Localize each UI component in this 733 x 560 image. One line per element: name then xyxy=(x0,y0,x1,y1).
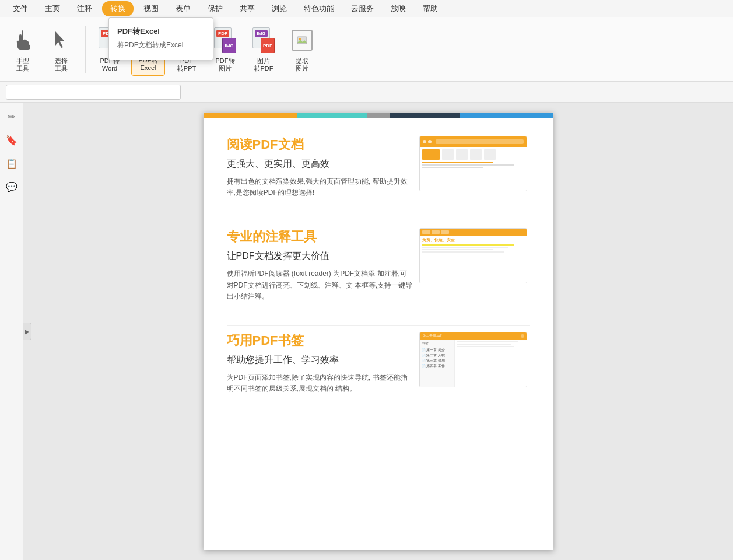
menu-form[interactable]: 表单 xyxy=(169,1,198,16)
select-tool-label: 选择工具 xyxy=(55,57,68,72)
dropdown-title: PDF转Excel xyxy=(109,24,213,39)
menu-home[interactable]: 主页 xyxy=(38,1,67,16)
bar-teal xyxy=(297,113,367,118)
menu-help[interactable]: 帮助 xyxy=(416,1,445,16)
menu-present[interactable]: 放映 xyxy=(384,1,413,16)
bar-blue xyxy=(460,113,553,118)
menu-protect[interactable]: 保护 xyxy=(201,1,230,16)
section-read-text: 阅读PDF文档 更强大、更实用、更高效 拥有出色的文档渲染效果,强大的页面管理功… xyxy=(227,136,413,198)
svg-rect-0 xyxy=(297,37,307,44)
sidebar-bookmark-icon[interactable]: 🔖 xyxy=(3,132,20,148)
address-bar: 演示.pdf xyxy=(0,82,733,103)
image-to-pdf-label: 图片转PDF xyxy=(254,57,273,72)
section-read-screenshot xyxy=(419,136,530,191)
pdf-section-annotation: 专业的注释工具 让PDF文档发挥更大价值 使用福昕PDF阅读器 (foxit r… xyxy=(227,228,530,302)
pdf-to-excel-dropdown: PDF转Excel 将PDF文档转成Excel xyxy=(108,18,213,60)
bar-gray xyxy=(367,113,390,118)
section-read-title: 阅读PDF文档 xyxy=(227,136,413,153)
menu-cloud[interactable]: 云服务 xyxy=(344,1,381,16)
dropdown-description: 将PDF文档转成Excel xyxy=(109,39,213,54)
screenshot-line3 xyxy=(422,167,483,168)
dot1 xyxy=(423,140,426,144)
menu-share[interactable]: 共享 xyxy=(233,1,262,16)
section-read-row: 阅读PDF文档 更强大、更实用、更高效 拥有出色的文档渲染效果,强大的页面管理功… xyxy=(227,136,530,198)
section-bookmark-text: 巧用PDF书签 帮助您提升工作、学习效率 为PDF页面添加书签,除了实现内容的快… xyxy=(227,332,413,394)
menu-view[interactable]: 视图 xyxy=(136,1,166,16)
sidebar-pages-icon[interactable]: 📋 xyxy=(3,155,20,172)
hand-tool-button[interactable]: 手型工具 xyxy=(6,23,40,76)
hand-icon xyxy=(11,26,34,55)
divider2 xyxy=(227,326,530,326)
screenshot-line1 xyxy=(422,162,494,163)
bar-orange xyxy=(204,113,297,118)
image-to-pdf-button[interactable]: IMG PDF 图片转PDF xyxy=(247,23,280,76)
annotation-app-screenshot: 免费、快速、安全 xyxy=(419,228,527,284)
section-annotation-subtitle: 让PDF文档发挥更大价值 xyxy=(227,250,413,262)
bookmark-app-screenshot: 员工手册.pdf 书签 📄 第一章 简介 📄 第二章 入职 📄 第三章 试用 xyxy=(419,332,527,387)
pdf-section-read: 阅读PDF文档 更强大、更实用、更高效 拥有出色的文档渲染效果,强大的页面管理功… xyxy=(227,136,530,198)
pdf-section-bookmark: 巧用PDF书签 帮助您提升工作、学习效率 为PDF页面添加书签,除了实现内容的快… xyxy=(227,332,530,394)
sidebar-comment-icon[interactable]: 💬 xyxy=(3,178,20,195)
image-pdf-icon: IMG PDF xyxy=(252,26,275,55)
section-annotation-title: 专业的注释工具 xyxy=(227,228,413,246)
read-app-screenshot xyxy=(419,136,527,191)
section-annotation-text: 专业的注释工具 让PDF文档发挥更大价值 使用福昕PDF阅读器 (foxit r… xyxy=(227,228,413,302)
file-path-input[interactable]: 演示.pdf xyxy=(6,85,181,100)
pdf-to-image-label: PDF转图片 xyxy=(216,57,235,72)
cursor-icon xyxy=(50,26,73,55)
dot2 xyxy=(428,140,432,144)
section-annotation-text-body: 使用福昕PDF阅读器 (foxit reader) 为PDF文档添 加注释,可对… xyxy=(227,268,413,302)
sidebar-collapse-button[interactable]: ▶ xyxy=(23,323,31,340)
pdf-viewer: 阅读PDF文档 更强大、更实用、更高效 拥有出色的文档渲染效果,强大的页面管理功… xyxy=(23,103,733,560)
section-read-text-body: 拥有出色的文档渲染效果,强大的页面管理功能, 帮助提升效率,是您阅读PDF的理想… xyxy=(227,176,413,198)
menu-annotation[interactable]: 注释 xyxy=(70,1,99,16)
section-bookmark-title: 巧用PDF书签 xyxy=(227,332,413,349)
menu-file[interactable]: 文件 xyxy=(6,1,35,16)
section-bookmark-text-body: 为PDF页面添加书签,除了实现内容的快速导航, 书签还能指明不同书签的层级关系,… xyxy=(227,372,413,394)
section-bookmark-screenshot: 员工手册.pdf 书签 📄 第一章 简介 📄 第二章 入职 📄 第三章 试用 xyxy=(419,332,530,387)
bar-dark xyxy=(390,113,460,118)
extract-image-button[interactable]: 提取图片 xyxy=(285,23,319,76)
section-annotation-screenshot: 免费、快速、安全 xyxy=(419,228,530,284)
sidebar-edit-icon[interactable]: ✏ xyxy=(3,108,20,125)
pdf-document: 阅读PDF文档 更强大、更实用、更高效 拥有出色的文档渲染效果,强大的页面管理功… xyxy=(204,113,553,550)
pdf-image-icon: PDF IMG xyxy=(213,26,237,55)
menu-features[interactable]: 特色功能 xyxy=(297,1,341,16)
main-area: ✏ 🔖 📋 💬 ▶ 阅读PDF文档 更 xyxy=(0,103,733,560)
hand-tool-label: 手型工具 xyxy=(16,57,29,72)
pdf-content: 阅读PDF文档 更强大、更实用、更高效 拥有出色的文档渲染效果,强大的页面管理功… xyxy=(204,118,553,435)
extract-image-label: 提取图片 xyxy=(296,57,308,72)
left-sidebar: ✏ 🔖 📋 💬 xyxy=(0,103,23,560)
section-bookmark-row: 巧用PDF书签 帮助您提升工作、学习效率 为PDF页面添加书签,除了实现内容的快… xyxy=(227,332,530,394)
pdf-top-bar xyxy=(204,113,553,118)
screenshot-line2 xyxy=(422,164,514,166)
section-bookmark-subtitle: 帮助您提升工作、学习效率 xyxy=(227,354,413,366)
select-tool-button[interactable]: 选择工具 xyxy=(44,23,78,76)
divider1 xyxy=(227,222,530,222)
menu-convert[interactable]: 转换 xyxy=(102,1,134,16)
screenshot-body xyxy=(420,147,527,191)
section-annotation-row: 专业的注释工具 让PDF文档发挥更大价值 使用福昕PDF阅读器 (foxit r… xyxy=(227,228,530,302)
section-read-subtitle: 更强大、更实用、更高效 xyxy=(227,158,413,170)
menu-browse[interactable]: 浏览 xyxy=(265,1,294,16)
screenshot-toolbar xyxy=(420,136,527,147)
menu-bar: 文件 主页 注释 转换 视图 表单 保护 共享 浏览 特色功能 云服务 放映 帮… xyxy=(0,0,733,18)
svg-point-1 xyxy=(299,38,301,40)
toolbar-separator-1 xyxy=(85,26,86,73)
extract-image-icon xyxy=(290,26,314,55)
